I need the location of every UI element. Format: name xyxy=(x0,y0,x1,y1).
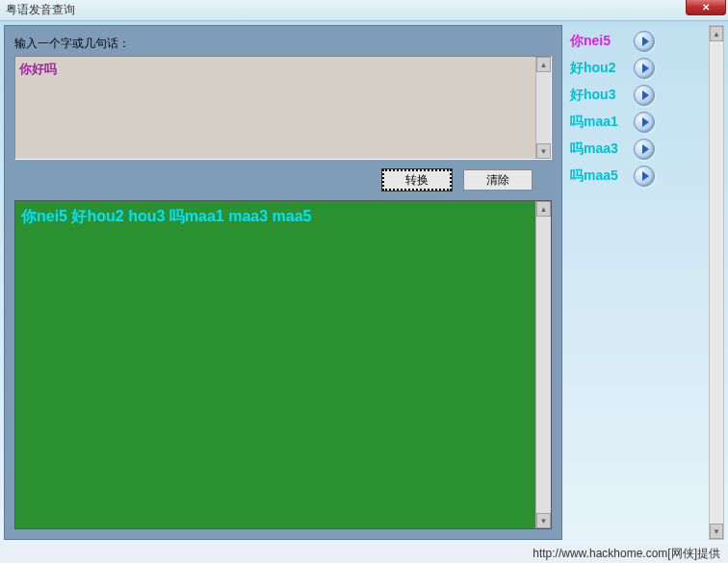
play-icon xyxy=(642,171,649,181)
app-window: 粤语发音查询 ✕ 输入一个字或几句话： 你好吗 ▲ ▼ 转换 清除 你nei5 … xyxy=(0,0,728,563)
close-button[interactable]: ✕ xyxy=(686,0,726,15)
input-textarea[interactable]: 你好吗 ▲ ▼ xyxy=(14,56,552,160)
close-icon: ✕ xyxy=(702,2,710,13)
play-button[interactable] xyxy=(634,85,655,106)
window-scrollbar[interactable]: ▲ ▼ xyxy=(709,25,724,540)
footer-text: http://www.hackhome.com[网侠]提供 xyxy=(533,546,720,562)
output-text: 你nei5 好hou2 hou3 吗maa1 maa3 maa5 xyxy=(21,207,545,227)
result-row: 吗maa1 xyxy=(570,112,720,133)
play-icon xyxy=(642,144,649,154)
result-text: 好hou3 xyxy=(570,87,634,104)
input-label: 输入一个字或几句话： xyxy=(14,36,552,52)
scroll-up-icon[interactable]: ▲ xyxy=(536,57,551,72)
result-row: 你nei5 xyxy=(570,31,720,52)
right-panel: 你nei5好hou2好hou3吗maa1吗maa3吗maa5 xyxy=(562,21,728,544)
convert-button[interactable]: 转换 xyxy=(382,169,452,191)
output-box: 你nei5 好hou2 hou3 吗maa1 maa3 maa5 ▲ ▼ xyxy=(14,200,552,529)
play-icon xyxy=(642,90,649,100)
result-row: 好hou2 xyxy=(570,58,720,79)
scroll-up-icon[interactable]: ▲ xyxy=(536,201,551,217)
button-row: 转换 清除 xyxy=(14,169,533,191)
footer: http://www.hackhome.com[网侠]提供 xyxy=(0,544,728,563)
result-text: 吗maa1 xyxy=(570,114,634,131)
titlebar: 粤语发音查询 ✕ xyxy=(0,0,728,21)
result-text: 你nei5 xyxy=(570,33,634,50)
clear-button[interactable]: 清除 xyxy=(463,169,533,191)
play-button[interactable] xyxy=(634,58,655,79)
play-button[interactable] xyxy=(634,166,655,187)
output-scrollbar[interactable]: ▲ ▼ xyxy=(535,201,551,528)
scroll-down-icon[interactable]: ▼ xyxy=(536,143,551,159)
left-panel: 输入一个字或几句话： 你好吗 ▲ ▼ 转换 清除 你nei5 好hou2 hou… xyxy=(4,25,562,540)
main-area: 输入一个字或几句话： 你好吗 ▲ ▼ 转换 清除 你nei5 好hou2 hou… xyxy=(0,21,728,544)
scroll-down-icon[interactable]: ▼ xyxy=(710,524,723,539)
result-text: 好hou2 xyxy=(570,60,634,77)
play-icon xyxy=(642,64,649,73)
result-text: 吗maa3 xyxy=(570,141,634,158)
result-row: 好hou3 xyxy=(570,85,720,106)
window-title: 粤语发音查询 xyxy=(6,2,75,18)
play-icon xyxy=(642,117,649,127)
play-icon xyxy=(642,37,649,46)
scroll-down-icon[interactable]: ▼ xyxy=(536,513,551,528)
play-button[interactable] xyxy=(634,139,655,160)
input-value: 你好吗 xyxy=(17,59,549,80)
result-row: 吗maa3 xyxy=(570,139,720,160)
result-row: 吗maa5 xyxy=(570,166,720,187)
result-text: 吗maa5 xyxy=(570,167,634,185)
play-button[interactable] xyxy=(634,112,655,133)
input-scrollbar[interactable]: ▲ ▼ xyxy=(535,57,551,159)
play-button[interactable] xyxy=(634,31,655,52)
scroll-up-icon[interactable]: ▲ xyxy=(710,26,723,41)
